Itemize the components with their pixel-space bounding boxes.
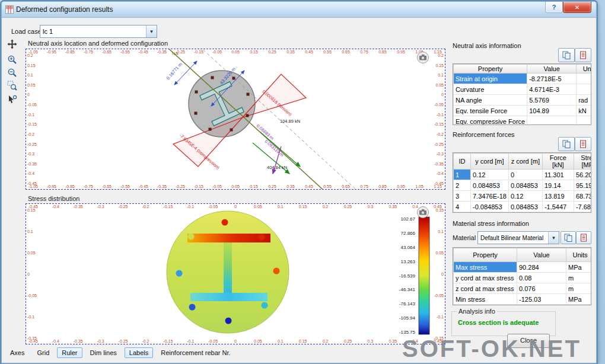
camera-icon xyxy=(416,51,429,64)
toggle-grid[interactable]: Grid xyxy=(32,347,54,358)
display-options-toolbar: AxesGridRulerDim linesLabelsReinforcemen… xyxy=(5,346,235,359)
toggle-dim-lines[interactable]: Dim lines xyxy=(85,347,122,358)
column-header[interactable]: Property xyxy=(454,65,527,74)
table-row[interactable]: Strain at origin-8.2718E-5 xyxy=(454,74,592,84)
copy-icon xyxy=(564,234,572,242)
toggle-reinforcement-rebar-nr-[interactable]: Reinforcement rebar Nr. xyxy=(156,347,235,358)
table-row[interactable]: 37.3476E-180.1213.81968.732 xyxy=(454,191,592,202)
rebar-dot xyxy=(188,234,195,240)
column-header[interactable]: Force [kN] xyxy=(542,154,574,170)
zoom-out-button[interactable] xyxy=(5,66,18,79)
column-header[interactable]: z cord [m] xyxy=(508,154,542,170)
toggle-ruler[interactable]: Ruler xyxy=(57,347,82,358)
rebar-dot xyxy=(176,270,183,277)
column-header[interactable]: Value xyxy=(517,248,566,262)
export-report-icon xyxy=(579,51,587,59)
rebar-dot xyxy=(262,302,268,309)
snapshot-camera-button[interactable] xyxy=(416,51,429,64)
column-header[interactable]: Value xyxy=(527,65,577,74)
material-section-title: Material stress information xyxy=(453,220,529,227)
zoom-extents-button[interactable] xyxy=(5,93,18,106)
ibeam-web xyxy=(224,242,232,293)
chevron-down-icon: ▼ xyxy=(548,232,559,244)
material-export-button[interactable] xyxy=(576,231,591,244)
reinforcement-export-button[interactable] xyxy=(575,137,591,151)
app-icon xyxy=(5,5,14,14)
export-report-icon xyxy=(579,140,587,148)
table-row[interactable]: Eqv. compressive Force xyxy=(454,116,592,126)
plot-annotation: 404.84 kN xyxy=(267,165,287,170)
colorbar-label: -76.143 xyxy=(399,301,416,306)
table-row[interactable]: 10.12011.30156.206 xyxy=(454,170,592,180)
copy-icon xyxy=(562,51,571,59)
table-row[interactable]: z cord at max stress0.076m xyxy=(454,283,592,294)
zoom-in-button[interactable] xyxy=(5,53,18,66)
desktop-background: FileAnalysisSettingsHelp Deformed config… xyxy=(0,0,605,364)
colorbar-label: -16.539 xyxy=(399,273,416,279)
na-copy-button[interactable] xyxy=(558,48,575,62)
reinforcement-copy-button[interactable] xyxy=(558,137,575,151)
material-dropdown[interactable]: Default Bilinear Material ▼ xyxy=(477,231,559,244)
reinforcement-table: IDy cord [m]z cord [m]Force [kN]Stress [… xyxy=(453,152,591,213)
zoom-extents-icon xyxy=(7,95,17,105)
ibeam-bottom-flange xyxy=(190,293,268,301)
zoom-in-icon xyxy=(7,55,17,65)
window-title: Deformed configuration results xyxy=(16,5,113,14)
rebar-dot xyxy=(233,77,235,80)
colorbar-label: 102.67 xyxy=(401,216,416,222)
toggle-axes[interactable]: Axes xyxy=(5,347,29,358)
material-copy-button[interactable] xyxy=(561,231,576,244)
reinforcement-section-title: Reinforcement forces xyxy=(453,131,515,138)
analysis-info-title: Analysis info xyxy=(457,308,497,315)
title-bar[interactable]: Deformed configuration results ? ✕ xyxy=(2,2,596,18)
table-row[interactable]: Eqv. tensile Force104.89kN xyxy=(454,106,592,116)
column-header[interactable]: Property xyxy=(454,248,517,262)
table-row[interactable]: 20.0848530.08485319.1495.195 xyxy=(454,180,592,191)
column-header[interactable]: y cord [m] xyxy=(471,154,509,170)
snapshot-camera-button[interactable] xyxy=(416,206,429,219)
dialog-window: Deformed configuration results ? ✕ Load … xyxy=(1,1,597,364)
column-header[interactable]: Stress [MPa] xyxy=(574,154,591,170)
rebar-dot xyxy=(209,128,212,131)
column-header[interactable]: Units xyxy=(566,248,592,262)
help-button[interactable]: ? xyxy=(545,2,563,13)
material-table: PropertyValueUnitsMax stress90.284MPay c… xyxy=(453,247,591,305)
table-row[interactable]: Curvature4.6714E-3 xyxy=(454,84,592,95)
stress-plot: 102.6772.86643.06413.263-16.539-46.341-7… xyxy=(26,203,445,344)
table-row[interactable]: y cord at max stress0.08m xyxy=(454,273,592,283)
plot-annotation: 0.16771 m xyxy=(165,62,183,81)
zoom-window-icon xyxy=(7,81,17,91)
rebar-dot xyxy=(225,318,232,324)
toggle-labels[interactable]: Labels xyxy=(125,347,153,358)
neutral-axis-table: PropertyValueUnitsStrain at origin-8.271… xyxy=(453,63,591,125)
column-header[interactable]: Units xyxy=(577,65,591,74)
rebar-dot xyxy=(222,219,228,226)
rebar-dot xyxy=(259,234,265,241)
copy-icon xyxy=(562,140,571,148)
load-case-value: lc 1 xyxy=(40,28,146,35)
table-row[interactable]: 4-0.0848530.084853-1.5447-7.6825 xyxy=(454,202,592,212)
colorbar-label: 72.866 xyxy=(401,231,416,236)
material-value: Default Bilinear Material xyxy=(478,235,548,241)
ibeam-top-flange xyxy=(187,234,270,242)
pan-button[interactable] xyxy=(5,37,18,50)
rebar-dot xyxy=(273,268,280,274)
table-row[interactable]: Max stress90.284MPa xyxy=(454,262,592,273)
colorbar-label: -135.75 xyxy=(399,330,416,335)
watermark: SOFT-OK.NET xyxy=(402,336,581,362)
table-row[interactable]: Min stress-125.03MPa xyxy=(454,294,592,305)
na-export-button[interactable] xyxy=(575,48,591,62)
close-button[interactable]: ✕ xyxy=(563,2,591,13)
colorbar-label: -105.94 xyxy=(399,315,416,321)
zoom-window-button[interactable] xyxy=(5,79,18,92)
colorbar-label: 43.064 xyxy=(401,245,416,250)
load-case-dropdown[interactable]: lc 1 ▼ xyxy=(40,25,157,38)
camera-icon xyxy=(416,206,429,219)
rebar-dot xyxy=(195,91,198,94)
export-report-icon xyxy=(579,234,588,242)
stress-colorbar xyxy=(419,217,429,334)
column-header[interactable]: ID xyxy=(454,154,471,170)
stress-plot-title: Stress distribution xyxy=(28,195,79,202)
table-row[interactable]: NA angle5.5769rad xyxy=(454,95,592,106)
rebar-dot xyxy=(246,114,249,117)
